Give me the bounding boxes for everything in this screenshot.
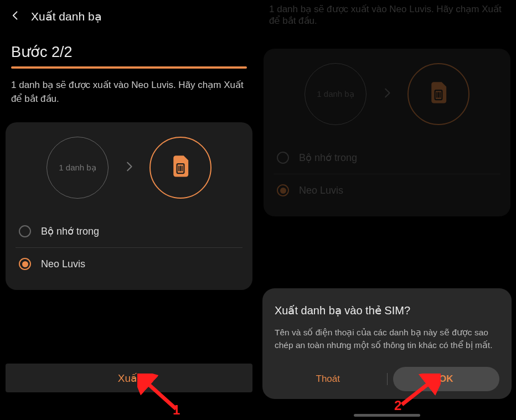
transfer-diagram: 1 danh bạ	[274, 63, 500, 142]
chevron-right-icon	[123, 160, 135, 175]
radio-icon	[19, 225, 31, 237]
page-title: Xuất danh bạ	[31, 10, 102, 23]
dialog-cancel-button[interactable]: Thoát	[275, 366, 381, 392]
screen-left: Xuất danh bạ Bước 2/2 1 danh bạ sẽ được …	[0, 0, 258, 420]
radio-option-internal[interactable]: Bộ nhớ trong	[16, 215, 242, 247]
annotation-number: 1	[173, 402, 180, 418]
radio-icon	[277, 152, 289, 164]
dialog-ok-button[interactable]: OK	[393, 367, 500, 391]
divider	[387, 373, 388, 385]
app-header: Xuất danh bạ	[0, 0, 258, 33]
radio-option-neoluvis: Neo Luvis	[274, 174, 500, 206]
radio-option-internal: Bộ nhớ trong	[274, 142, 500, 174]
source-circle: 1 danh bạ	[305, 63, 367, 125]
source-circle: 1 danh bạ	[47, 137, 109, 199]
radio-label: Neo Luvis	[299, 185, 343, 196]
radio-label: Bộ nhớ trong	[299, 152, 357, 164]
export-button-label: Xuất	[118, 372, 141, 385]
radio-icon	[277, 184, 289, 196]
destination-circle	[149, 137, 211, 199]
dialog-ok-label: OK	[439, 374, 453, 385]
export-button[interactable]: Xuất	[6, 364, 252, 392]
step-description: 1 danh bạ sẽ được xuất vào Neo Luvis. Hã…	[0, 69, 258, 122]
screen-right: 1 danh bạ sẽ được xuất vào Neo Luvis. Hã…	[258, 0, 516, 420]
source-circle-label: 1 danh bạ	[59, 163, 96, 173]
sim-card-icon	[171, 155, 190, 180]
radio-label: Bộ nhớ trong	[41, 225, 99, 237]
nav-home-indicator	[354, 414, 420, 417]
dialog-actions: Thoát OK	[275, 366, 499, 392]
export-card-dimmed: 1 danh bạ Bộ nhớ trong Neo Luvis	[264, 49, 510, 216]
chevron-right-icon	[381, 87, 393, 101]
radio-label: Neo Luvis	[41, 258, 85, 270]
source-circle-label: 1 danh bạ	[317, 89, 354, 99]
sim-card-icon	[429, 82, 448, 106]
dialog-cancel-label: Thoát	[316, 374, 340, 384]
destination-circle	[407, 63, 469, 125]
dialog-body: Tên và số điện thoại của các danh bạ này…	[275, 326, 499, 352]
dimmed-description: 1 danh bạ sẽ được xuất vào Neo Luvis. Hã…	[258, 0, 516, 43]
annotation-number: 2	[394, 398, 401, 413]
export-card: 1 danh bạ Bộ nhớ trong Neo Luvis	[6, 122, 252, 290]
dialog-title: Xuất danh bạ vào thẻ SIM?	[275, 304, 499, 317]
confirm-dialog: Xuất danh bạ vào thẻ SIM? Tên và số điện…	[262, 288, 512, 400]
radio-option-neoluvis[interactable]: Neo Luvis	[16, 247, 242, 280]
transfer-diagram: 1 danh bạ	[16, 137, 242, 215]
back-icon[interactable]	[10, 10, 21, 23]
step-label: Bước 2/2	[0, 33, 258, 66]
radio-icon	[19, 258, 31, 270]
